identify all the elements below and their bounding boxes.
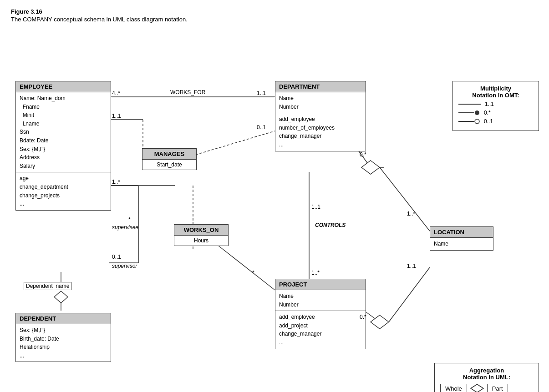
label-11a: 1..1 [257,90,266,96]
notation-label-11: 1..1 [485,101,498,107]
svg-marker-24 [471,384,483,392]
figure-caption: The COMPANY conceptual schema in UML cla… [11,16,538,23]
label-11-manages-left: 1..1 [112,113,121,119]
location-attributes: Name [430,238,493,250]
label-controls: CONTROLS [315,222,346,228]
dependent-class: DEPENDENT Sex: {M,F} Birth_date: Date Re… [15,313,111,362]
svg-marker-17 [371,315,389,329]
notation-label-0star: 0.* [484,110,497,116]
svg-marker-20 [54,291,68,303]
notation-line-01 [458,121,474,122]
svg-line-15 [380,167,430,231]
figure-title: Figure 3.16 [11,8,538,15]
manages-body: Start_date [142,160,196,170]
label-11-dept-proj: 1..1 [311,204,320,210]
svg-line-18 [389,267,430,322]
label-01-supervisor: 0..1 [112,254,121,260]
label-star-works-proj: * [252,270,254,276]
works-on-header: WORKS_ON [174,225,228,236]
aggregation-notation-box: AggregationNotation in UML: Whole Part [434,363,539,392]
multiplicity-notation-box: MultiplicityNotation in OMT: 1..1 0.* [452,81,539,131]
project-methods: add_employee add_project change_manager … [275,311,366,348]
project-attributes: Name Number [275,290,366,311]
svg-point-22 [475,111,479,115]
dependent-attributes: Sex: {M,F} Birth_date: Date Relationship… [16,324,111,362]
label-0star-proj-loc: 0.* [360,314,366,320]
project-class: PROJECT Name Number add_employee add_pro… [275,279,366,349]
location-header: LOCATION [430,227,493,238]
svg-line-10 [211,240,275,290]
notation-line-0star [458,112,474,113]
label-star-supervise: * [128,216,131,223]
department-methods: add_employee number_of_employees change_… [275,113,366,151]
location-class: LOCATION Name [430,226,493,251]
dependent-header: DEPENDENT [16,313,111,324]
label-supervisee: supervisee [112,224,138,231]
part-box: Part [487,384,508,392]
department-attributes: Name Number [275,92,366,113]
filled-circle-icon [474,110,480,116]
svg-line-3 [184,131,275,158]
label-dependent-name: Dependent_name [24,282,71,290]
department-header: DEPARTMENT [275,81,366,92]
employee-attributes: Name: Name_dom Fname Minit Lname Ssn Bda… [16,92,111,172]
works-on-box: WORKS_ON Hours [174,224,229,246]
notation-row-0star: 0.* [458,110,533,116]
label-0star-dept-loc: 0.* [360,151,366,158]
label-works-for: WORKS_FOR [170,89,205,95]
aggregation-diamond-icon [470,383,484,392]
label-4star: 4..* [112,90,120,96]
whole-box: Whole [440,384,467,392]
aggregation-row: Whole Part [440,383,533,392]
diagram-area: EMPLOYEE Name: Name_dom Fname Minit Lnam… [11,31,539,386]
manages-header: MANAGES [142,149,196,160]
notation-row-01: 0..1 [458,118,533,125]
notation-line-11 [458,104,481,105]
label-1star-proj: 1..* [311,270,320,276]
open-circle-icon [474,118,480,125]
notation-label-01: 0..1 [484,118,497,125]
label-1star-loc: 1..* [407,211,415,217]
employee-header: EMPLOYEE [16,81,111,92]
multiplicity-title: MultiplicityNotation in OMT: [458,85,533,99]
label-11-loc-bottom: 1..1 [407,263,416,269]
department-class: DEPARTMENT Name Number add_employee numb… [275,81,366,151]
label-01-manages-right: 0..1 [257,124,266,131]
label-1star-supervise: 1..* [112,179,120,185]
employee-methods: age change_department change_projects ..… [16,172,111,210]
works-on-body: Hours [174,236,228,246]
aggregation-title: AggregationNotation in UML: [440,367,533,381]
employee-class: EMPLOYEE Name: Name_dom Fname Minit Lnam… [15,81,111,211]
svg-point-23 [475,119,479,124]
project-header: PROJECT [275,279,366,290]
notation-row-11: 1..1 [458,101,533,107]
label-supervisor: supervisor [112,263,137,269]
svg-marker-14 [361,161,380,174]
manages-box: MANAGES Start_date [142,148,197,170]
